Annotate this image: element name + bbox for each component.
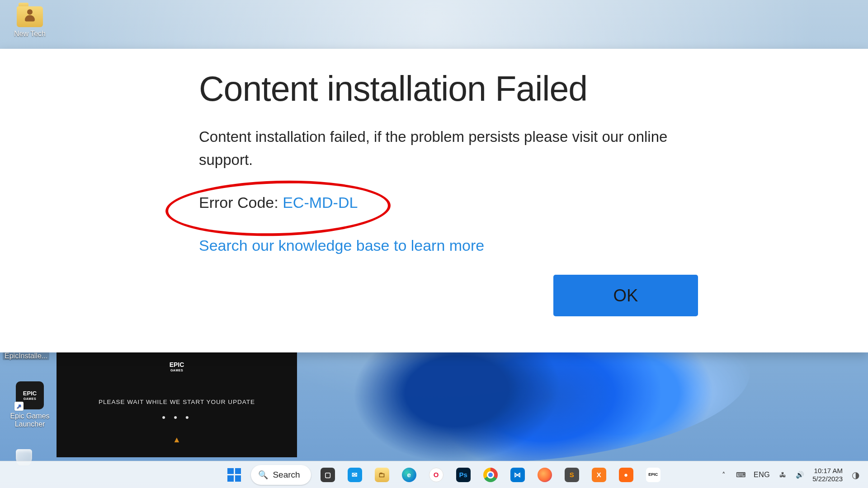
search-label: Search [273,470,300,480]
epic-games-icon: EPIC GAMES ↗ [16,381,44,409]
warning-icon: ▲ [57,435,297,445]
recorder-icon: ● [619,468,633,482]
volume-icon[interactable]: 🔊 [795,470,804,479]
desktop-icon-label: New Tech [14,30,46,38]
network-icon[interactable]: 🖧 [778,470,787,479]
opera-icon: O [429,468,443,482]
taskbar-app-mail[interactable]: ✉ [344,465,365,485]
epic-games-logo-icon: EPIC GAMES [163,352,191,380]
taskbar-app-chrome[interactable] [480,465,501,485]
folder-icon: 🗀 [375,468,389,482]
error-code-row: Error Code: EC-MD-DL [199,192,371,213]
epic-games-taskbar-icon: EPIC [646,468,660,482]
desktop-icon-new-tech-folder[interactable]: New Tech [8,6,52,38]
error-code-value[interactable]: EC-MD-DL [283,194,358,211]
loading-dots-icon: • • • [57,412,297,423]
photoshop-icon: Ps [456,468,471,482]
error-dialog: Content installation Failed Content inst… [0,49,868,352]
taskbar-app-file-explorer[interactable]: 🗀 [372,465,392,485]
vscode-icon: ⋈ [510,468,525,482]
epic-games-updater-window[interactable]: EPIC GAMES PLEASE WAIT WHILE WE START YO… [57,352,297,457]
windows-logo-icon [227,468,241,482]
task-view-icon: ▢ [321,468,335,482]
keyboard-icon[interactable]: ⌨ [736,470,745,479]
firefox-icon [538,468,552,482]
taskbar-app-firefox[interactable] [534,465,555,485]
taskbar-app-opera[interactable]: O [426,465,447,485]
knowledge-base-link[interactable]: Search our knowledge base to learn more [199,237,669,254]
taskbar-app-xampp[interactable]: X [589,465,609,485]
ok-button[interactable]: OK [553,275,698,316]
start-button[interactable] [224,465,245,485]
system-tray: ˄ ⌨ ENG 🖧 🔊 10:17 AM 5/22/2023 ◑ [711,467,868,483]
dialog-body-text: Content installation failed, if the prob… [199,125,669,171]
taskbar-app-vscode[interactable]: ⋈ [507,465,528,485]
taskbar-search[interactable]: 🔍 Search [251,465,311,485]
clock-time: 10:17 AM [812,467,843,475]
language-indicator[interactable]: ENG [754,471,770,479]
user-folder-icon [17,6,43,27]
sublime-icon: S [565,468,579,482]
chrome-icon [483,468,498,482]
taskbar-app-screen-recorder[interactable]: ● [616,465,637,485]
task-view-button[interactable]: ▢ [317,465,338,485]
taskbar-app-sublime[interactable]: S [561,465,582,485]
taskbar-app-edge[interactable]: e [399,465,420,485]
error-code-label: Error Code: [199,194,283,211]
taskbar-app-photoshop[interactable]: Ps [453,465,474,485]
taskbar-center: 🔍 Search ▢ ✉ 🗀 e O Ps ⋈ [176,465,711,485]
tray-overflow-button[interactable]: ˄ [719,470,728,479]
taskbar: 🔍 Search ▢ ✉ 🗀 e O Ps ⋈ [0,461,868,488]
notification-center-button[interactable]: ◑ [851,470,860,479]
search-icon: 🔍 [258,470,268,480]
desktop-icon-label: Epic Games Launcher [8,412,52,428]
shortcut-arrow-icon: ↗ [14,402,24,411]
desktop-icon-epic-games-launcher[interactable]: EPIC GAMES ↗ Epic Games Launcher [8,381,52,428]
updater-status-text: PLEASE WAIT WHILE WE START YOUR UPDATE [57,399,297,405]
taskbar-app-epic-games[interactable]: EPIC [643,465,664,485]
dialog-title: Content installation Failed [199,70,669,107]
xampp-icon: X [592,468,606,482]
clock-date: 5/22/2023 [812,475,843,483]
edge-icon: e [402,468,416,482]
mail-icon: ✉ [348,468,362,482]
taskbar-clock[interactable]: 10:17 AM 5/22/2023 [812,467,843,483]
desktop-icon-epic-installer-label[interactable]: EpicInstalle... [3,352,49,360]
